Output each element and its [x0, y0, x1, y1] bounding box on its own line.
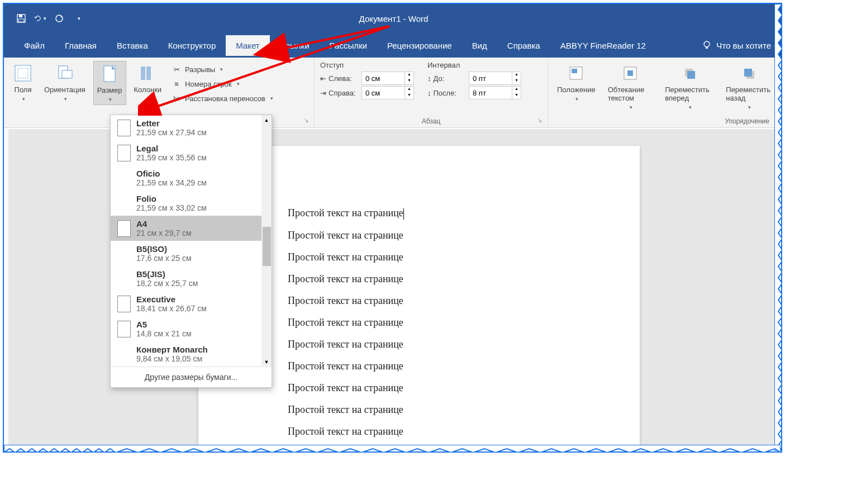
size-option--monarch[interactable]: Конверт Monarch9,84 см x 19,05 см	[111, 341, 272, 367]
margins-icon	[13, 64, 32, 83]
backward-icon	[739, 63, 759, 83]
size-option-oficio[interactable]: Oficio21,59 см x 34,29 см	[111, 165, 272, 191]
redo-icon[interactable]	[53, 12, 65, 25]
qat-more-icon[interactable]: ▾	[72, 12, 84, 25]
tab-abbyy[interactable]: ABBYY FineReader 12	[550, 35, 656, 56]
wrap-text-button[interactable]: Обтекание текстом▾	[605, 61, 656, 112]
tab-mailings[interactable]: Рассылки	[320, 35, 377, 56]
svg-point-4	[704, 41, 710, 47]
svg-rect-5	[706, 47, 708, 49]
spacing-before-input[interactable]: 0 пт▲▼	[469, 72, 521, 85]
page-icon	[117, 120, 131, 136]
tab-references[interactable]: Ссылки	[270, 35, 320, 56]
page-setup-launcher[interactable]: ↘	[304, 117, 312, 125]
size-dim: 14,8 см x 21 см	[136, 329, 192, 338]
size-option-a4[interactable]: A421 см x 29,7 см	[111, 216, 272, 241]
save-icon[interactable]	[15, 12, 27, 25]
breaks-button[interactable]: ✂ Разрывы▾	[169, 63, 275, 75]
text-line[interactable]: Простой текст на странице	[288, 207, 550, 220]
line-numbers-button[interactable]: ≡ Номера строк▾	[169, 78, 275, 90]
size-option-legal[interactable]: Legal21,59 см x 35,56 см	[111, 140, 272, 165]
scroll-thumb[interactable]	[263, 227, 271, 266]
spacing-header: Интервал	[427, 61, 521, 69]
size-name: B5(JIS)	[136, 269, 198, 279]
margins-button[interactable]: Поля▾	[9, 61, 36, 104]
size-option-folio[interactable]: Folio21,59 см x 33,02 см	[111, 191, 272, 216]
size-name: Конверт Monarch	[136, 345, 208, 354]
svg-rect-6	[15, 65, 31, 81]
size-name: A4	[136, 219, 192, 229]
wrap-icon	[620, 63, 640, 83]
size-name: A5	[136, 320, 192, 329]
text-line[interactable]: Простой текст на странице	[288, 317, 550, 329]
scroll-down-icon[interactable]: ▼	[261, 357, 272, 367]
size-dim: 21,59 см x 34,29 см	[136, 178, 207, 187]
title-bar: ▾ ▾ Документ1 - Word	[4, 4, 781, 33]
send-backward-button[interactable]: Переместить назад▾	[722, 61, 775, 112]
size-dim: 21 см x 29,7 см	[136, 229, 192, 237]
spin-down-icon[interactable]: ▼	[405, 78, 413, 84]
scroll-up-icon[interactable]: ▲	[261, 115, 272, 125]
tab-file[interactable]: Файл	[14, 35, 55, 56]
spin-up-icon[interactable]: ▲	[405, 72, 413, 78]
more-sizes-button[interactable]: Другие размеры бумаги...	[111, 367, 272, 387]
group-paragraph: Отступ ⇤Слева: 0 см▲▼ ⇥Справа: 0 см▲▼ Ин…	[315, 58, 548, 127]
text-line[interactable]: Простой текст на странице	[288, 273, 550, 285]
tab-review[interactable]: Рецензирование	[377, 35, 462, 56]
tab-design[interactable]: Конструктор	[158, 35, 226, 56]
hyphenation-icon: bc	[172, 93, 182, 103]
dropdown-scrollbar[interactable]: ▲ ▼	[261, 115, 272, 367]
orientation-icon	[55, 64, 74, 83]
size-icon	[102, 64, 117, 83]
undo-icon[interactable]: ▾	[34, 12, 46, 25]
bring-forward-button[interactable]: Переместить вперед▾	[662, 61, 717, 112]
text-line[interactable]: Простой текст на странице	[288, 251, 550, 263]
page-icon	[117, 145, 131, 161]
svg-rect-20	[744, 69, 752, 77]
line-numbers-icon: ≡	[172, 79, 182, 89]
hyphenation-button[interactable]: bc Расстановка переносов▾	[169, 92, 275, 104]
svg-rect-11	[141, 66, 145, 80]
tab-help[interactable]: Справка	[497, 35, 550, 56]
size-option-letter[interactable]: Letter21,59 см x 27,94 см	[111, 115, 272, 140]
tab-view[interactable]: Вид	[462, 35, 497, 56]
indent-header: Отступ	[320, 61, 414, 69]
size-name: Folio	[136, 194, 207, 203]
indent-right-input[interactable]: 0 см▲▼	[361, 86, 414, 99]
text-line[interactable]: Простой текст на странице	[288, 404, 550, 416]
breaks-icon: ✂	[172, 64, 182, 74]
tab-insert[interactable]: Вставка	[107, 35, 158, 56]
orientation-button[interactable]: Ориентация▾	[41, 61, 89, 104]
tell-me-label: Что вы хотите	[716, 41, 771, 50]
text-line[interactable]: Простой текст на странице	[288, 230, 550, 241]
size-dim: 18,41 см x 26,67 см	[136, 304, 207, 313]
size-dim: 18,2 см x 25,7 см	[136, 279, 198, 288]
position-button[interactable]: Положение▾	[554, 61, 599, 104]
size-option-executive[interactable]: Executive18,41 см x 26,67 см	[111, 291, 272, 316]
spacing-after-input[interactable]: 8 пт▲▼	[469, 86, 521, 99]
page-icon	[117, 321, 131, 337]
text-line[interactable]: Простой текст на странице	[288, 426, 550, 438]
text-line[interactable]: Простой текст на странице	[288, 360, 550, 372]
tab-layout[interactable]: Макет	[226, 35, 269, 56]
lightbulb-icon	[702, 40, 712, 50]
size-button[interactable]: Размер▾	[93, 61, 126, 105]
position-icon	[566, 63, 586, 83]
indent-left-input[interactable]: 0 см▲▼	[361, 72, 414, 85]
text-line[interactable]: Простой текст на странице	[288, 339, 550, 350]
columns-icon	[138, 64, 157, 83]
spacing-after-icon: ↕	[427, 89, 431, 97]
indent-left-label: ⇤Слева:	[320, 74, 358, 83]
tell-me[interactable]: Что вы хотите	[702, 40, 771, 50]
text-line[interactable]: Простой текст на странице	[288, 295, 550, 307]
paragraph-launcher[interactable]: ↘	[537, 117, 545, 125]
group-arrange: Положение▾ Обтекание текстом▾ Переместит…	[548, 58, 781, 127]
text-line[interactable]: Простой текст на странице	[288, 382, 550, 394]
size-option-b5-jis-[interactable]: B5(JIS)18,2 см x 25,7 см	[111, 266, 272, 291]
size-option-a5[interactable]: A514,8 см x 21 см	[111, 316, 272, 341]
size-name: Letter	[136, 118, 207, 128]
columns-button[interactable]: Колонки▾	[131, 61, 165, 104]
tab-home[interactable]: Главная	[55, 35, 107, 56]
size-option-b5-iso-[interactable]: B5(ISO)17,6 см x 25 см	[111, 241, 272, 266]
size-dropdown: Letter21,59 см x 27,94 смLegal21,59 см x…	[110, 115, 272, 388]
